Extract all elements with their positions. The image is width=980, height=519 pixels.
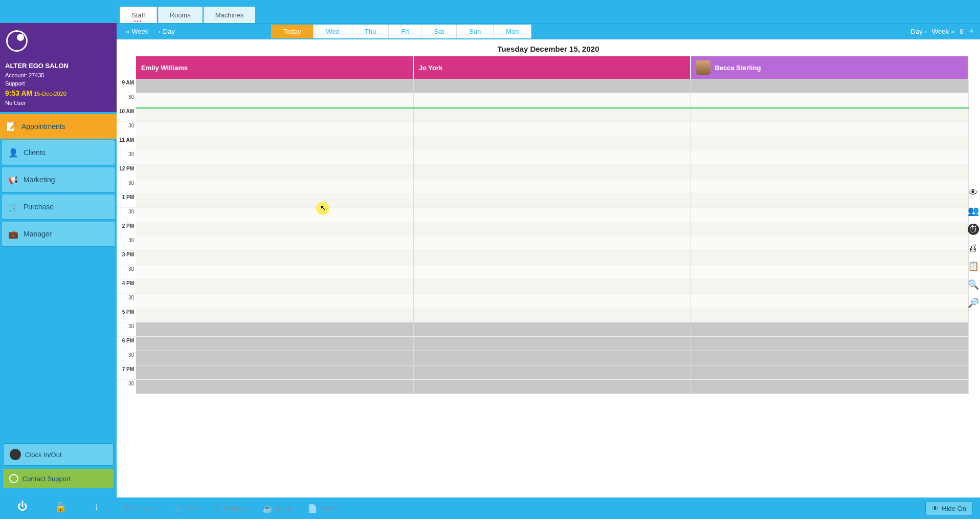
time-slot[interactable] [414, 251, 691, 265]
time-slot[interactable] [414, 308, 691, 322]
time-slot[interactable] [414, 322, 691, 337]
time-slot[interactable] [691, 208, 968, 222]
time-slot[interactable] [414, 93, 691, 107]
time-slot[interactable] [414, 165, 691, 179]
time-slot[interactable] [136, 193, 413, 208]
time-slot[interactable] [691, 279, 968, 294]
tab-rooms[interactable]: Rooms [158, 7, 203, 23]
time-slot[interactable] [691, 294, 968, 308]
staff-column[interactable] [136, 79, 414, 394]
timer-icon[interactable]: ⏱ [968, 224, 979, 235]
remove-button[interactable]: ⊘ Remove [214, 504, 248, 513]
time-slot[interactable] [414, 365, 691, 380]
nav-purchase[interactable]: 🛒 Purchase [2, 194, 115, 220]
next-week-button[interactable]: Week » [932, 28, 954, 35]
time-slot[interactable] [414, 351, 691, 365]
time-slot[interactable] [691, 150, 968, 165]
notes-button[interactable]: 📄 Notes [307, 504, 338, 513]
day-chip-fri[interactable]: Fri [389, 25, 421, 38]
time-slot[interactable] [136, 294, 413, 308]
time-slot[interactable] [691, 107, 968, 122]
visibility-icon[interactable]: 👁 [968, 187, 979, 198]
time-slot[interactable] [136, 179, 413, 193]
time-slot[interactable] [414, 236, 691, 251]
staff-column[interactable] [691, 79, 969, 394]
time-slot[interactable] [414, 122, 691, 136]
staff-header[interactable]: Becca Sterling [691, 56, 969, 79]
time-slot[interactable] [414, 337, 691, 351]
time-slot[interactable] [414, 179, 691, 193]
time-slot[interactable] [136, 222, 413, 236]
time-slot[interactable] [136, 107, 413, 122]
time-slot[interactable] [136, 136, 413, 150]
time-slot[interactable] [414, 150, 691, 165]
time-slot[interactable] [136, 365, 413, 380]
time-slot[interactable] [136, 165, 413, 179]
nav-manager[interactable]: 💼 Manager [2, 222, 115, 247]
time-slot[interactable] [414, 193, 691, 208]
time-slot[interactable] [136, 337, 413, 351]
time-slot[interactable] [136, 208, 413, 222]
time-slot[interactable] [136, 380, 413, 394]
time-slot[interactable] [691, 380, 968, 394]
day-chip-wed[interactable]: Wed [314, 25, 352, 38]
time-slot[interactable] [414, 107, 691, 122]
time-slot[interactable] [136, 93, 413, 107]
time-slot[interactable] [136, 351, 413, 365]
prev-day-button[interactable]: ‹ Day [154, 26, 179, 37]
time-slot[interactable] [136, 279, 413, 294]
time-slot[interactable] [414, 222, 691, 236]
time-slot[interactable] [136, 322, 413, 337]
nav-clients[interactable]: 👤 Clients [2, 140, 115, 165]
break-button[interactable]: ☕ Break [262, 504, 293, 513]
tab-machines[interactable]: Machines [204, 7, 256, 23]
next-day-button[interactable]: Day › [911, 28, 927, 35]
time-slot[interactable] [136, 79, 413, 93]
nav-appointments[interactable]: 📝 Appointments [0, 114, 117, 139]
time-slot[interactable] [136, 150, 413, 165]
print-icon[interactable]: 🖨 [968, 242, 979, 253]
zoom-in-icon[interactable]: 🔎 [968, 297, 979, 309]
clock-in-out-button[interactable]: Clock In/Out [3, 443, 114, 466]
day-chip-sun[interactable]: Sun [457, 25, 494, 38]
time-slot[interactable] [136, 122, 413, 136]
notes-icon[interactable]: 📋 [968, 261, 979, 272]
time-slot[interactable] [414, 79, 691, 93]
tab-staff[interactable]: Staff [120, 7, 157, 23]
time-slot[interactable] [691, 193, 968, 208]
time-slot[interactable] [691, 365, 968, 380]
day-chip-mon[interactable]: Mon [494, 25, 531, 38]
prev-week-button[interactable]: « Week [122, 26, 152, 37]
time-slot[interactable] [691, 165, 968, 179]
day-chip-today[interactable]: Today [271, 25, 314, 38]
time-slot[interactable] [691, 351, 968, 365]
time-slot[interactable] [414, 279, 691, 294]
time-slot[interactable] [691, 308, 968, 322]
time-slot[interactable] [691, 251, 968, 265]
group-icon[interactable]: 👥 [968, 205, 979, 217]
time-slot[interactable] [136, 308, 413, 322]
nav-marketing[interactable]: 📢 Marketing [2, 167, 115, 192]
time-slot[interactable] [691, 222, 968, 236]
hide-on-button[interactable]: 👁 Hide On [925, 501, 973, 516]
time-slot[interactable] [414, 208, 691, 222]
time-slot[interactable] [691, 179, 968, 193]
time-slot[interactable] [414, 380, 691, 394]
lock-icon[interactable]: 🔒 [54, 501, 67, 513]
contact-support-button[interactable]: Contact Support [3, 469, 114, 488]
time-slot[interactable] [691, 136, 968, 150]
time-slot[interactable] [136, 251, 413, 265]
zoom-out-icon[interactable]: 🔍 [968, 279, 979, 290]
staff-header[interactable]: Jo York [414, 56, 692, 79]
time-slot[interactable] [414, 136, 691, 150]
time-slot[interactable] [691, 322, 968, 337]
time-slot[interactable] [691, 122, 968, 136]
day-chip-thu[interactable]: Thu [352, 25, 389, 38]
time-slot[interactable] [691, 236, 968, 251]
time-slot[interactable] [414, 265, 691, 279]
time-slot[interactable] [136, 265, 413, 279]
staff-column[interactable] [414, 79, 692, 394]
download-icon[interactable]: ↓ [94, 501, 99, 513]
checkin-button[interactable]: ☑ Check In [124, 504, 160, 513]
power-icon[interactable]: ⏻ [17, 501, 28, 513]
